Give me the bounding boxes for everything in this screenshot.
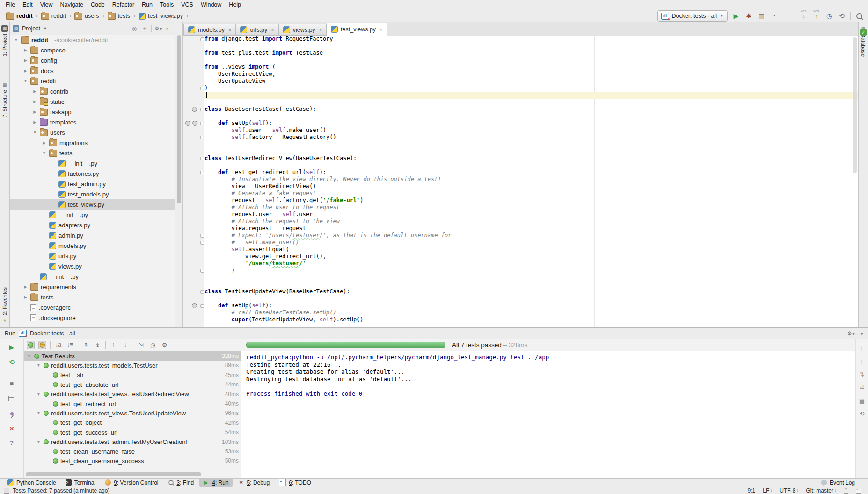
- editor-tab-models-py[interactable]: models.py×: [183, 24, 236, 36]
- fold-marker-icon[interactable]: [200, 136, 204, 139]
- tree-arrow-icon[interactable]: ▶: [23, 48, 28, 52]
- hide-panel-icon[interactable]: ⇤: [165, 25, 172, 32]
- tree-item-adapters-py[interactable]: adapters.py: [10, 220, 175, 230]
- event-log-button[interactable]: Event Log: [821, 479, 864, 486]
- hector-icon[interactable]: [856, 489, 861, 494]
- run-configuration-select[interactable]: di Docker: tests - all ▼: [657, 10, 728, 22]
- tree-item-reddit[interactable]: ▼reddit ~/cookiecutter/reddit: [10, 35, 175, 45]
- close-tab-icon[interactable]: ×: [379, 27, 382, 32]
- tree-arrow-icon[interactable]: ▶: [42, 140, 47, 145]
- project-panel-title[interactable]: Project: [22, 25, 40, 32]
- scroll-to-top-icon[interactable]: ↑: [858, 344, 866, 352]
- status-widget-utf-8[interactable]: UTF-8↕: [780, 487, 798, 494]
- tree-arrow-icon[interactable]: ▶: [23, 58, 28, 63]
- fold-marker-icon[interactable]: [200, 241, 204, 245]
- menu-navigate[interactable]: Navigate: [57, 0, 87, 9]
- status-widget-lf[interactable]: LF↕: [763, 487, 772, 494]
- test-row-test_get_success_url[interactable]: test_get_success_url54ms: [24, 428, 241, 437]
- tool-tab-6-todo[interactable]: 6: TODO: [275, 479, 315, 487]
- tree-item-urls-py[interactable]: urls.py: [10, 251, 175, 261]
- sort-by-duration-icon[interactable]: ↓≡: [66, 341, 74, 349]
- tree-item-requirements[interactable]: ▶requirements: [10, 282, 175, 292]
- fold-marker-icon[interactable]: [200, 234, 204, 238]
- menu-tools[interactable]: Tools: [156, 0, 177, 9]
- show-ignored-icon[interactable]: [38, 341, 46, 349]
- run-icon[interactable]: ▶: [732, 12, 740, 20]
- tree-item-factories-py[interactable]: factories.py: [10, 168, 175, 179]
- profiler-icon[interactable]: ◔: [770, 12, 778, 20]
- previous-failed-icon[interactable]: ↑: [109, 341, 117, 349]
- status-widget-git-master[interactable]: Git: master↕: [806, 487, 836, 494]
- test-row-test__str__[interactable]: test__str__45ms: [24, 370, 241, 380]
- fold-marker-icon[interactable]: [200, 269, 204, 273]
- tree-arrow-icon[interactable]: ▶: [32, 109, 37, 114]
- console-output[interactable]: reddit_pycha:python -u /opt/.pycharm_hel…: [243, 351, 855, 478]
- scroll-to-bottom-icon[interactable]: ↓: [858, 357, 866, 365]
- tree-item-test_views-py[interactable]: test_views.py: [10, 199, 175, 210]
- fold-marker-icon[interactable]: [200, 290, 204, 294]
- tree-item--coveragerc[interactable]: .coveragerc: [10, 302, 175, 312]
- export-test-results-icon[interactable]: ⇲: [137, 341, 145, 349]
- tree-item-__init__-py[interactable]: __init__.py: [10, 271, 175, 282]
- gear-icon[interactable]: ⚙▾: [154, 25, 162, 32]
- next-failed-icon[interactable]: ↓: [121, 341, 129, 349]
- test-row-test_get_redirect_url[interactable]: test_get_redirect_url40ms: [24, 399, 241, 408]
- test-row-test_get_absolute_url[interactable]: test_get_absolute_url44ms: [24, 380, 241, 389]
- tree-arrow-icon[interactable]: ▶: [23, 68, 28, 73]
- menu-file[interactable]: File: [2, 0, 19, 9]
- stripe-tab-7-structure[interactable]: ▦7: Structure: [0, 81, 9, 117]
- tree-arrow-icon[interactable]: ▼: [36, 440, 41, 444]
- breadcrumb-item-test_views.py[interactable]: test_views.py: [137, 12, 184, 20]
- tree-item-__init__-py[interactable]: __init__.py: [10, 210, 175, 220]
- close-tab-icon[interactable]: ×: [228, 27, 231, 33]
- tree-item-test_models-py[interactable]: test_models.py: [10, 189, 175, 199]
- tree-arrow-icon[interactable]: ▶: [23, 284, 28, 289]
- run-with-coverage-icon[interactable]: ▦: [757, 12, 766, 20]
- rollback-icon[interactable]: ⟲: [838, 12, 846, 20]
- fold-marker-icon[interactable]: [200, 122, 204, 125]
- fold-marker-icon[interactable]: [200, 37, 204, 41]
- run-test-gutter-icon[interactable]: [192, 303, 197, 308]
- menu-view[interactable]: View: [36, 0, 57, 9]
- tree-item-reddit[interactable]: ▼reddit: [10, 76, 175, 86]
- close-tab-icon[interactable]: ×: [319, 27, 322, 33]
- tree-arrow-icon[interactable]: ▼: [27, 354, 32, 358]
- test-tree-hscrollbar[interactable]: [26, 472, 201, 476]
- sort-alphabetically-icon[interactable]: ↓a: [54, 341, 62, 349]
- pin-tab-icon[interactable]: [7, 409, 16, 418]
- tree-item-compose[interactable]: ▶compose: [10, 45, 175, 55]
- code-area[interactable]: from django.test import RequestFactoryfr…: [183, 36, 858, 327]
- tree-arrow-icon[interactable]: ▶: [23, 295, 28, 299]
- tree-item-taskapp[interactable]: ▶taskapp: [10, 107, 175, 117]
- tree-item-tests[interactable]: ▼tests: [10, 148, 175, 158]
- stop-icon[interactable]: ■: [7, 379, 16, 388]
- menu-vcs[interactable]: VCS: [177, 0, 197, 9]
- tool-tab-python-console[interactable]: Python Console: [4, 479, 60, 487]
- tree-item-templates[interactable]: ▶templates: [10, 117, 175, 127]
- tree-item-__init__-py[interactable]: __init__.py: [10, 158, 175, 168]
- editor[interactable]: models.py×urls.py×views.py×test_views.py…: [183, 22, 858, 327]
- tree-arrow-icon[interactable]: ▼: [36, 392, 41, 397]
- split-icon[interactable]: ⌖: [141, 25, 148, 32]
- tree-arrow-icon[interactable]: ▶: [32, 120, 37, 124]
- tree-item-admin-py[interactable]: admin.py: [10, 230, 175, 240]
- test-row-test_get_object[interactable]: test_get_object42ms: [24, 418, 241, 428]
- fold-marker-icon[interactable]: [200, 87, 204, 90]
- test-row-test_clean_username_success[interactable]: test_clean_username_success50ms: [24, 456, 241, 465]
- tree-arrow-icon[interactable]: ▼: [42, 151, 47, 155]
- fold-marker-icon[interactable]: [200, 304, 204, 308]
- inspections-ok-icon[interactable]: ✓: [860, 29, 867, 36]
- tree-item-contrib[interactable]: ▶contrib: [10, 86, 175, 96]
- tree-arrow-icon[interactable]: ▼: [36, 363, 41, 368]
- vcs-commit-icon[interactable]: ↑: [812, 12, 821, 20]
- vcs-update-icon[interactable]: ↓: [800, 12, 808, 20]
- menu-edit[interactable]: Edit: [19, 0, 36, 9]
- tree-arrow-icon[interactable]: ▼: [23, 79, 28, 83]
- project-scrollbar[interactable]: [175, 22, 183, 327]
- gear-icon[interactable]: ⚙▾: [847, 330, 855, 337]
- restore-layout-icon[interactable]: [7, 394, 16, 403]
- options-gear-icon[interactable]: ⚙: [160, 341, 168, 349]
- menu-code[interactable]: Code: [87, 0, 109, 9]
- breadcrumb-item-users[interactable]: users: [73, 12, 101, 20]
- clear-all-icon[interactable]: ⟲: [858, 410, 866, 417]
